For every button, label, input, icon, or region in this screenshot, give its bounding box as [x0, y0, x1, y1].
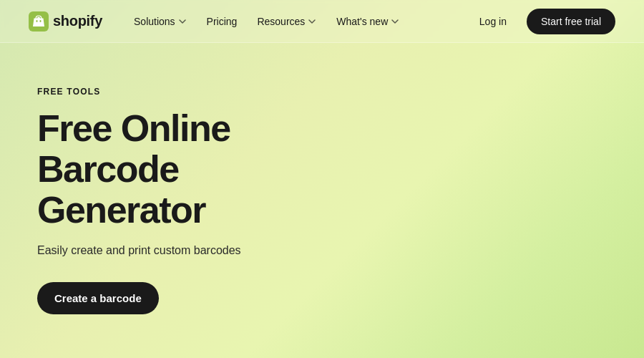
nav-item-pricing[interactable]: Pricing	[198, 10, 246, 33]
chevron-down-icon	[308, 17, 316, 26]
page-wrapper: shopify Solutions Pricing Resources What…	[0, 0, 644, 358]
hero-content: FREE TOOLS Free Online Barcode Generator…	[37, 87, 381, 315]
hero-subtitle: Easily create and print custom barcodes	[37, 242, 381, 259]
eyebrow-label: FREE TOOLS	[37, 87, 381, 97]
chevron-down-icon	[391, 17, 399, 26]
shopify-bag-icon	[29, 11, 49, 32]
logo-link[interactable]: shopify	[29, 11, 102, 32]
start-trial-button[interactable]: Start free trial	[527, 9, 615, 34]
svg-rect-1	[36, 20, 38, 22]
navbar: shopify Solutions Pricing Resources What…	[0, 0, 644, 43]
nav-item-resources[interactable]: Resources	[248, 10, 325, 33]
hero-section: FREE TOOLS Free Online Barcode Generator…	[0, 43, 644, 358]
login-link[interactable]: Log in	[471, 10, 515, 33]
svg-rect-2	[40, 20, 42, 22]
create-barcode-button[interactable]: Create a barcode	[37, 282, 159, 314]
chevron-down-icon	[178, 17, 187, 26]
nav-item-whats-new[interactable]: What's new	[328, 10, 408, 33]
nav-right: Log in Start free trial	[471, 9, 615, 34]
logo-text: shopify	[53, 13, 102, 29]
nav-links: Solutions Pricing Resources What's new	[125, 10, 471, 33]
nav-item-solutions[interactable]: Solutions	[125, 10, 195, 33]
hero-title: Free Online Barcode Generator	[37, 108, 381, 231]
